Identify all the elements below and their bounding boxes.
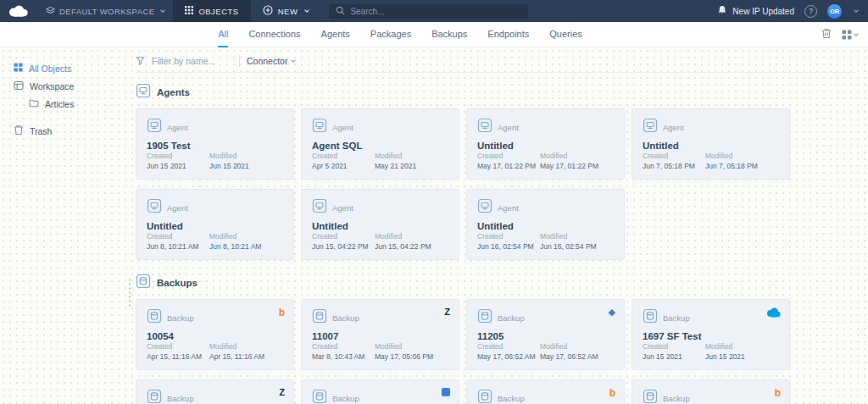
sidebar-item-label: Trash (30, 126, 52, 136)
agent-type-icon (643, 118, 658, 136)
search-box[interactable] (329, 4, 528, 19)
tab-all[interactable]: All (218, 22, 228, 47)
sidebar-resize-handle[interactable] (128, 278, 131, 307)
tab-packages[interactable]: Packages (370, 22, 411, 47)
card-type-label: Backup (332, 313, 359, 323)
card-header: Agent (312, 118, 448, 136)
objects-button[interactable]: OBJECTS (173, 0, 250, 22)
topbar: DEFAULT WORKSPACE OBJECTS NEW New IP Upd… (0, 0, 868, 22)
section-title: Agents (157, 87, 190, 97)
delete-icon[interactable] (821, 27, 832, 42)
backup-type-icon (477, 308, 492, 327)
tab-agents[interactable]: Agents (321, 22, 350, 47)
agent-type-icon (147, 118, 162, 136)
new-button[interactable]: NEW (251, 0, 321, 22)
notification[interactable]: New IP Updated (717, 5, 794, 17)
divider (239, 55, 240, 67)
app-logo-cloud-icon[interactable] (0, 5, 37, 17)
tabbar: AllConnectionsAgentsPackagesBackupsEndpo… (0, 22, 868, 47)
modified-label: Modified (540, 232, 597, 241)
modified-date: ModifiedJun 16, 02:54 PM (540, 232, 597, 251)
card-dates: CreatedJun 7, 05:18 PMModifiedJun 7, 05:… (643, 152, 779, 170)
tab-backups[interactable]: Backups (431, 22, 467, 47)
object-card[interactable]: AgentAgent SQLCreatedApr 5 2021ModifiedM… (301, 108, 459, 180)
modified-date: ModifiedMay 21 2021 (375, 152, 416, 170)
view-selector[interactable] (842, 30, 858, 40)
account-chevron-icon[interactable] (854, 8, 859, 13)
object-card[interactable]: AgentUntitledCreatedMay 17, 01:22 PMModi… (466, 108, 625, 180)
created-value: May 17, 01:22 PM (477, 162, 531, 170)
search-input[interactable] (350, 7, 521, 16)
created-label: Created (643, 152, 697, 160)
card-header: Agent (147, 118, 283, 136)
bigcommerce-icon: b (609, 388, 615, 398)
card-header: Backup (312, 308, 448, 327)
card-dates: CreatedMay 17, 01:22 PMModifiedMay 17, 0… (477, 152, 614, 170)
modified-label: Modified (209, 152, 249, 160)
object-card[interactable]: AgentUntitledCreatedJun 8, 10:21 AMModif… (136, 189, 294, 260)
filter-row: Connector (136, 51, 856, 73)
card-name: Untitled (477, 141, 614, 151)
modified-value: Apr 15, 11:16 AM (209, 352, 264, 361)
created-date: CreatedJun 15 2021 (147, 152, 201, 170)
object-card[interactable]: Backupb10054CreatedApr 15, 11:16 AMModif… (136, 299, 294, 370)
tab-queries[interactable]: Queries (549, 22, 582, 47)
avatar[interactable]: OR (827, 4, 842, 19)
object-card[interactable]: Backup3699 (301, 379, 459, 404)
sidebar-item-label: All Objects (29, 64, 71, 74)
card-dates: CreatedJun 15 2021ModifiedJun 15 2021 (643, 342, 779, 361)
workspace-label: DEFAULT WORKSPACE (59, 7, 154, 16)
object-card[interactable]: BackupZ11007CreatedMar 8, 10:43 AMModifi… (301, 299, 459, 370)
modified-label: Modified (705, 342, 745, 351)
card-header: Backup (643, 389, 779, 404)
modified-value: May 17, 05:06 PM (375, 352, 433, 361)
card-type-label: Backup (498, 394, 525, 403)
modified-value: Jun 15, 04:22 PM (375, 242, 431, 251)
object-card[interactable]: BackupZ2333 (136, 379, 294, 404)
created-label: Created (147, 232, 201, 241)
all-objects-icon (14, 63, 23, 74)
created-value: Jun 15 2021 (147, 162, 201, 170)
card-header: Backup (147, 308, 283, 327)
agent-type-icon (477, 118, 492, 136)
bigcommerce-icon: b (279, 307, 285, 318)
created-value: May 17, 06:52 AM (477, 352, 531, 361)
card-header: Agent (147, 198, 283, 217)
filter-name-input[interactable] (152, 56, 232, 66)
card-name: Untitled (477, 221, 614, 231)
sidebar-item-trash[interactable]: Trash (0, 121, 127, 141)
created-label: Created (312, 152, 366, 160)
object-card[interactable]: Backup◆11205CreatedMay 17, 06:52 AMModif… (466, 299, 625, 370)
sidebar-item-workspace[interactable]: Workspace (0, 77, 127, 96)
card-dates: CreatedJun 15 2021ModifiedJun 15 2021 (147, 152, 283, 170)
object-card[interactable]: Backupb4136 (466, 379, 625, 404)
connector-filter[interactable]: Connector (247, 56, 295, 66)
tab-actions (821, 22, 858, 47)
object-card[interactable]: AgentUntitledCreatedJun 16, 02:54 PMModi… (466, 189, 625, 260)
modified-date: ModifiedJun 15, 04:22 PM (375, 232, 431, 251)
plus-circle-icon (263, 5, 273, 17)
tab-endpoints[interactable]: Endpoints (487, 22, 529, 47)
main-layout: All Objects Workspace Articles Trash (0, 47, 868, 404)
help-icon[interactable]: ? (804, 5, 817, 18)
object-card[interactable]: Backup1697 SF TestCreatedJun 15 2021Modi… (632, 299, 790, 370)
card-name: 11205 (477, 331, 614, 341)
created-date: CreatedMar 8, 10:43 AM (312, 342, 366, 361)
sidebar-item-articles[interactable]: Articles (0, 96, 127, 113)
backup-type-icon (312, 389, 327, 404)
workspace-switcher[interactable]: DEFAULT WORKSPACE (37, 0, 173, 22)
backup-type-icon (147, 308, 162, 327)
object-card[interactable]: Backupb4136_1 (632, 379, 790, 404)
sections-container: AgentsAgent1905 TestCreatedJun 15 2021Mo… (136, 83, 868, 404)
sidebar-item-all-objects[interactable]: All Objects (0, 59, 127, 77)
object-card[interactable]: AgentUntitledCreatedJun 15, 04:22 PMModi… (301, 189, 459, 260)
new-label: NEW (278, 7, 298, 16)
object-card[interactable]: AgentUntitledCreatedJun 7, 05:18 PMModif… (632, 108, 790, 180)
tab-connections[interactable]: Connections (248, 22, 300, 47)
object-card[interactable]: Agent1905 TestCreatedJun 15 2021Modified… (136, 108, 294, 180)
card-name: Untitled (312, 221, 448, 231)
card-type-label: Agent (167, 203, 188, 213)
created-date: CreatedJun 15 2021 (643, 342, 697, 361)
created-date: CreatedMay 17, 01:22 PM (477, 152, 531, 170)
search-icon (336, 3, 345, 19)
